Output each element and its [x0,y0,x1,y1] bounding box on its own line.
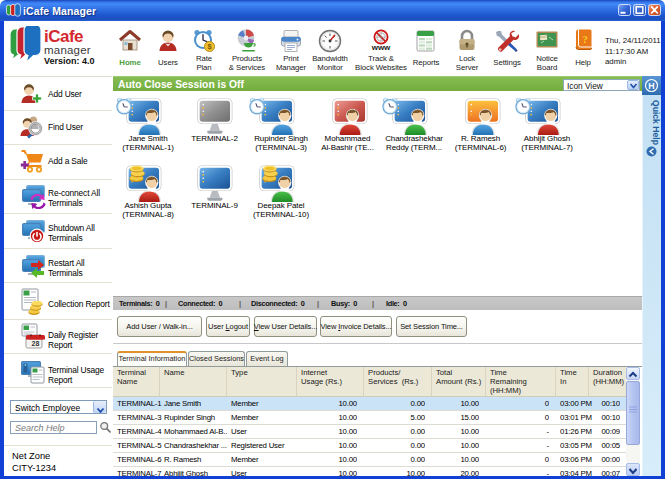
svg-text:28: 28 [32,340,40,347]
svg-text:WHATS: WHATS [538,35,548,40]
svg-text:H: H [648,81,654,91]
svg-text:?: ? [582,34,587,45]
